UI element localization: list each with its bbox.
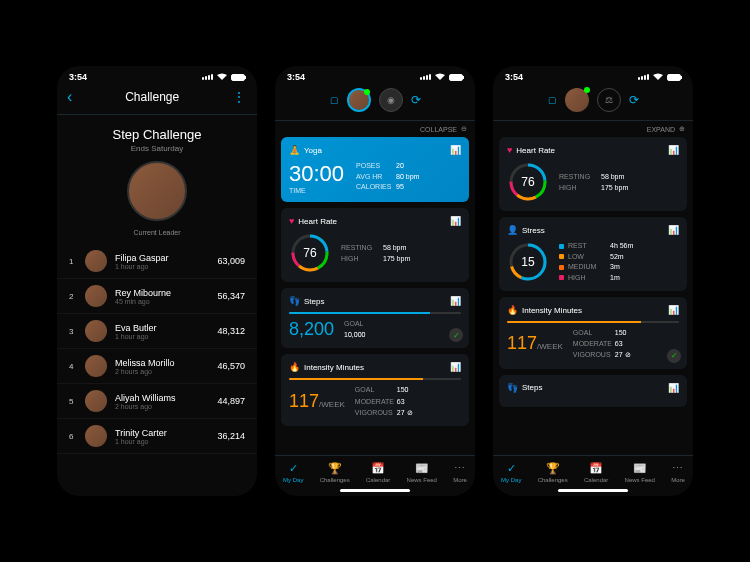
- inbox-icon[interactable]: ▢: [330, 95, 339, 105]
- profile-avatar[interactable]: [565, 88, 589, 112]
- page-title: Challenge: [125, 90, 179, 104]
- yoga-card[interactable]: 🧘Yoga📊 30:00TIME POSES20 AVG HR80 bpm CA…: [281, 137, 469, 202]
- nav-newsfeed[interactable]: 📰News Feed: [625, 462, 655, 483]
- leader-avatar[interactable]: [127, 161, 187, 221]
- phone-challenge: 3:54 ‹ Challenge ⋮ Step Challenge Ends S…: [57, 66, 257, 496]
- status-time: 3:54: [505, 72, 523, 82]
- yoga-icon: 🧘: [289, 145, 300, 155]
- chart-icon[interactable]: 📊: [668, 145, 679, 155]
- chart-icon[interactable]: 📊: [450, 362, 461, 372]
- inbox-icon[interactable]: ▢: [548, 95, 557, 105]
- more-icon: ⋯: [454, 462, 465, 475]
- nav-challenges[interactable]: 🏆Challenges: [320, 462, 350, 483]
- device-watch[interactable]: ◉: [379, 88, 403, 112]
- nav-more[interactable]: ⋯More: [671, 462, 685, 483]
- signal-icon: [638, 74, 649, 80]
- home-indicator[interactable]: [340, 489, 410, 492]
- collapse-button[interactable]: COLLAPSE: [420, 126, 457, 133]
- profile-avatar[interactable]: [347, 88, 371, 112]
- nav-more[interactable]: ⋯More: [453, 462, 467, 483]
- intensity-card[interactable]: 🔥Intensity Minutes📊 117/WEEK GOAL150MODE…: [499, 297, 687, 369]
- nav-myday[interactable]: ✓My Day: [501, 462, 521, 483]
- intensity-card[interactable]: 🔥Intensity Minutes📊 117/WEEK GOAL150MODE…: [281, 354, 469, 426]
- back-button[interactable]: ‹: [67, 88, 72, 106]
- top-nav: ▢ ⚖ ⟳: [493, 84, 693, 121]
- expand-icon[interactable]: ⊕: [679, 125, 685, 133]
- calendar-icon: 📅: [371, 462, 385, 475]
- hr-gauge: 76: [289, 232, 331, 274]
- nav-calendar[interactable]: 📅Calendar: [584, 462, 608, 483]
- wifi-icon: [652, 73, 664, 81]
- phone-myday-collapsed: 3:54 ▢ ⚖ ⟳ EXPAND⊕ ♥Heart Rate📊 76 RESTI…: [493, 66, 693, 496]
- intensity-icon: 🔥: [289, 362, 300, 372]
- battery-icon: [667, 74, 681, 81]
- status-bar: 3:54: [57, 66, 257, 84]
- status-time: 3:54: [287, 72, 305, 82]
- status-bar: 3:54: [275, 66, 475, 84]
- leaderboard-row[interactable]: 4Melissa Morillo2 hours ago46,570: [57, 349, 257, 384]
- intensity-icon: 🔥: [507, 305, 518, 315]
- leader-label: Current Leader: [57, 229, 257, 236]
- trophy-icon: 🏆: [546, 462, 560, 475]
- leaderboard: 1Filipa Gaspar1 hour ago63,009 2Rey Mibo…: [57, 244, 257, 496]
- feed-icon: 📰: [415, 462, 429, 475]
- chart-icon[interactable]: 📊: [450, 145, 461, 155]
- avatar: [85, 425, 107, 447]
- heart-rate-card[interactable]: ♥Heart Rate📊 76 RESTING58 bpmHIGH175 bpm: [281, 208, 469, 282]
- steps-card[interactable]: 👣Steps📊: [499, 375, 687, 407]
- status-time: 3:54: [69, 72, 87, 82]
- signal-icon: [202, 74, 213, 80]
- collapse-icon[interactable]: ⊖: [461, 125, 467, 133]
- battery-icon: [231, 74, 245, 81]
- nav-challenges[interactable]: 🏆Challenges: [538, 462, 568, 483]
- hr-gauge: 76: [507, 161, 549, 203]
- chart-icon[interactable]: 📊: [668, 305, 679, 315]
- stress-icon: 👤: [507, 225, 518, 235]
- chart-icon[interactable]: 📊: [450, 296, 461, 306]
- chart-icon[interactable]: 📊: [668, 383, 679, 393]
- avatar: [85, 390, 107, 412]
- phone-myday-expanded: 3:54 ▢ ◉ ⟳ COLLAPSE⊖ 🧘Yoga📊 30:00TIME PO…: [275, 66, 475, 496]
- challenge-header: Step Challenge Ends Saturday Current Lea…: [57, 115, 257, 244]
- nav-myday[interactable]: ✓My Day: [283, 462, 303, 483]
- leaderboard-row[interactable]: 1Filipa Gaspar1 hour ago63,009: [57, 244, 257, 279]
- stress-gauge: 15: [507, 241, 549, 283]
- bottom-nav: ✓My Day 🏆Challenges 📅Calendar 📰News Feed…: [275, 455, 475, 487]
- device-scale[interactable]: ⚖: [597, 88, 621, 112]
- nav-newsfeed[interactable]: 📰News Feed: [407, 462, 437, 483]
- more-icon: ⋯: [672, 462, 683, 475]
- heart-rate-card[interactable]: ♥Heart Rate📊 76 RESTING58 bpmHIGH175 bpm: [499, 137, 687, 211]
- sync-button[interactable]: ⟳: [629, 93, 639, 107]
- feed-icon: 📰: [633, 462, 647, 475]
- home-indicator[interactable]: [558, 489, 628, 492]
- challenge-ends: Ends Saturday: [57, 144, 257, 153]
- expand-button[interactable]: EXPAND: [647, 126, 675, 133]
- steps-icon: 👣: [507, 383, 518, 393]
- heart-icon: ♥: [507, 145, 512, 155]
- bottom-nav: ✓My Day 🏆Challenges 📅Calendar 📰News Feed…: [493, 455, 693, 487]
- steps-card[interactable]: 👣Steps📊 8,200GOAL10,000 ✓: [281, 288, 469, 348]
- wifi-icon: [216, 73, 228, 81]
- leaderboard-row[interactable]: 2Rey Mibourne45 min ago56,347: [57, 279, 257, 314]
- calendar-icon: 📅: [589, 462, 603, 475]
- chart-icon[interactable]: 📊: [668, 225, 679, 235]
- avatar: [85, 250, 107, 272]
- steps-icon: 👣: [289, 296, 300, 306]
- sync-button[interactable]: ⟳: [411, 93, 421, 107]
- menu-button[interactable]: ⋮: [232, 89, 247, 105]
- check-badge: ✓: [667, 349, 681, 363]
- heart-icon: ♥: [289, 216, 294, 226]
- top-nav: ▢ ◉ ⟳: [275, 84, 475, 121]
- avatar: [85, 285, 107, 307]
- stress-card[interactable]: 👤Stress📊 15 REST4h 56m LOW52m MEDIUM3m H…: [499, 217, 687, 291]
- battery-icon: [449, 74, 463, 81]
- trophy-icon: 🏆: [328, 462, 342, 475]
- challenge-name: Step Challenge: [57, 127, 257, 142]
- leaderboard-row[interactable]: 5Aliyah Williams2 hours ago44,897: [57, 384, 257, 419]
- leaderboard-row[interactable]: 6Trinity Carter1 hour ago36,214: [57, 419, 257, 454]
- chart-icon[interactable]: 📊: [450, 216, 461, 226]
- check-icon: ✓: [289, 462, 298, 475]
- nav-calendar[interactable]: 📅Calendar: [366, 462, 390, 483]
- wifi-icon: [434, 73, 446, 81]
- leaderboard-row[interactable]: 3Eva Butler1 hour ago48,312: [57, 314, 257, 349]
